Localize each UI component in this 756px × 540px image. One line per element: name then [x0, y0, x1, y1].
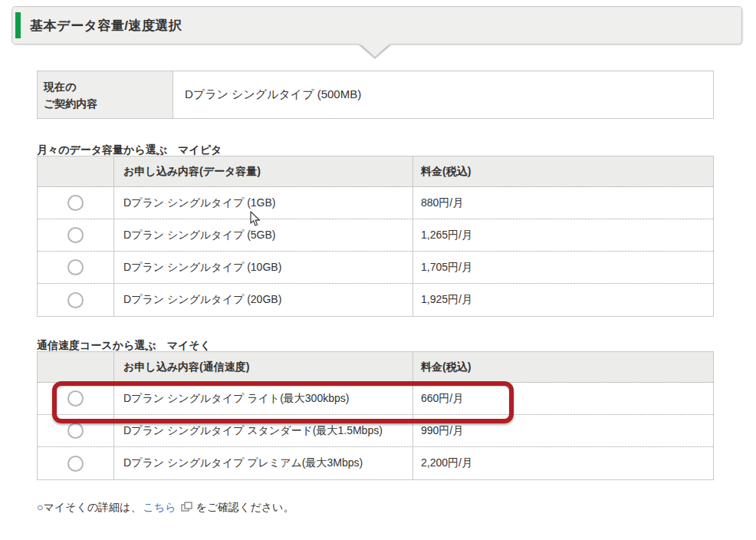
mysoku-header-row: お申し込み内容(通信速度) 料金(税込)	[38, 352, 713, 383]
plan-label: Dプラン シングルタイプ (5GB)	[114, 219, 413, 251]
current-contract-label-line1: 現在の	[44, 78, 166, 95]
page-title: 基本データ容量/速度選択	[30, 7, 182, 44]
current-contract-label: 現在の ご契約内容	[38, 71, 173, 118]
current-contract-label-line2: ご契約内容	[44, 95, 166, 112]
plan-label: Dプラン シングルタイプ プレミアム(最大3Mbps)	[114, 447, 413, 479]
green-accent-bar	[15, 12, 21, 38]
table-row: Dプラン シングルタイプ (5GB) 1,265円/月	[38, 219, 713, 252]
mypita-header-plan: お申し込み内容(データ容量)	[114, 156, 413, 186]
plan-label: Dプラン シングルタイプ (10GB)	[114, 252, 413, 283]
table-row: Dプラン シングルタイプ スタンダード(最大1.5Mbps) 990円/月	[38, 415, 713, 447]
current-contract-box: 現在の ご契約内容 Dプラン シングルタイプ (500MB)	[37, 71, 714, 119]
price-label: 2,200円/月	[413, 447, 713, 479]
mysoku-table: お申し込み内容(通信速度) 料金(税込) Dプラン シングルタイプ ライト(最大…	[37, 351, 714, 480]
mysoku-header-plan: お申し込み内容(通信速度)	[114, 352, 413, 382]
footer-suffix: をご確認ください。	[196, 501, 294, 515]
radio-button-mypita-20gb[interactable]	[67, 292, 84, 308]
mypita-header-price: 料金(税込)	[413, 156, 713, 186]
price-label: 1,265円/月	[413, 219, 713, 251]
mypita-table: お申し込み内容(データ容量) 料金(税込) Dプラン シングルタイプ (1GB)…	[37, 156, 714, 317]
radio-button-mypita-5gb[interactable]	[67, 227, 84, 243]
table-row: Dプラン シングルタイプ プレミアム(最大3Mbps) 2,200円/月	[38, 447, 713, 479]
radio-button-mysoku-premium[interactable]	[67, 456, 84, 472]
price-label: 1,925円/月	[413, 284, 713, 316]
plan-label: Dプラン シングルタイプ スタンダード(最大1.5Mbps)	[114, 415, 413, 446]
current-contract-value: Dプラン シングルタイプ (500MB)	[173, 71, 713, 118]
mypita-header-row: お申し込み内容(データ容量) 料金(税込)	[38, 156, 713, 187]
table-row: Dプラン シングルタイプ ライト(最大300kbps) 660円/月	[38, 383, 713, 415]
table-row: Dプラン シングルタイプ (1GB) 880円/月	[38, 187, 713, 219]
radio-button-mysoku-lite[interactable]	[67, 390, 84, 407]
footer-prefix: ○マイそくの詳細は、	[37, 501, 141, 515]
plan-label: Dプラン シングルタイプ (1GB)	[114, 187, 413, 219]
radio-button-mysoku-standard[interactable]	[67, 423, 84, 439]
table-row: Dプラン シングルタイプ (10GB) 1,705円/月	[38, 252, 713, 284]
table-row: Dプラン シングルタイプ (20GB) 1,925円/月	[38, 284, 713, 316]
new-window-icon	[181, 502, 192, 514]
price-label: 880円/月	[413, 187, 713, 219]
mysoku-header-price: 料金(税込)	[413, 352, 713, 382]
footer-note: ○マイそくの詳細は、 こちら をご確認ください。	[37, 501, 294, 515]
header-pointer-triangle-fill	[360, 44, 390, 57]
plan-label: Dプラン シングルタイプ (20GB)	[114, 284, 413, 316]
price-label: 660円/月	[413, 383, 713, 414]
section-header: 基本データ容量/速度選択	[12, 6, 742, 44]
price-label: 1,705円/月	[413, 252, 713, 283]
radio-button-mypita-10gb[interactable]	[67, 259, 84, 275]
plan-label: Dプラン シングルタイプ ライト(最大300kbps)	[114, 383, 413, 414]
price-label: 990円/月	[413, 415, 713, 446]
mypita-header-radio-cell	[38, 156, 114, 186]
plan-selection-page: 基本データ容量/速度選択 現在の ご契約内容 Dプラン シングルタイプ (500…	[0, 0, 756, 540]
details-link[interactable]: こちら	[143, 501, 176, 515]
mysoku-header-radio-cell	[38, 352, 114, 382]
radio-button-mypita-1gb[interactable]	[67, 195, 84, 211]
